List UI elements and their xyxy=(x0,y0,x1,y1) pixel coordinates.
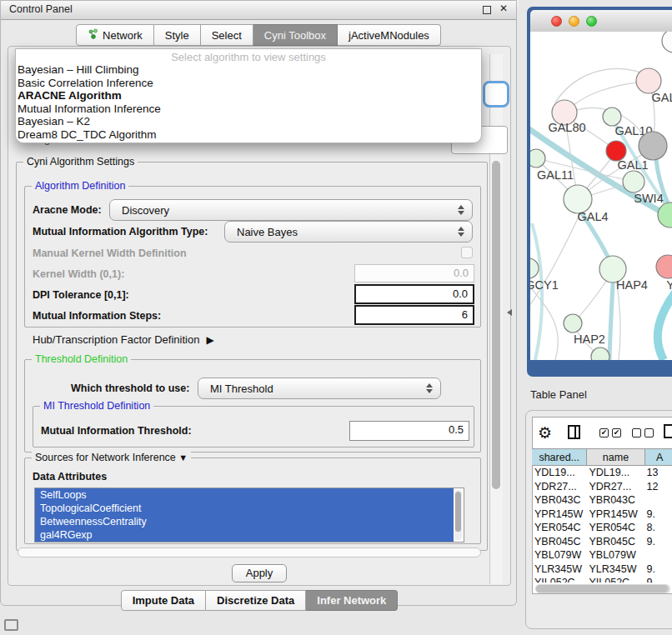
checked-checkbox-icon[interactable]: ✔ xyxy=(612,428,621,438)
zoom-traffic-light-icon[interactable] xyxy=(586,16,597,27)
data-attribute-item[interactable]: BetweennessCentrality xyxy=(35,515,454,528)
network-node-gal[interactable] xyxy=(636,68,661,93)
table-horizontal-scrollbar[interactable] xyxy=(535,584,670,593)
network-node-swi4[interactable] xyxy=(658,202,672,228)
dropdown-item[interactable]: Mutual Information Inference xyxy=(16,102,481,116)
minimize-traffic-light-icon[interactable] xyxy=(569,16,579,27)
table-row[interactable]: YBL079WYBL079W xyxy=(532,549,672,563)
panel-scrollbar-thumb[interactable] xyxy=(492,161,500,489)
tab-impute-data[interactable]: Impute Data xyxy=(121,590,206,611)
data-attribute-item[interactable]: gal4RGexp xyxy=(35,528,454,542)
table-cell xyxy=(645,549,672,563)
hub-definition-toggle[interactable]: Hub/Transcription Factor Definition▶ xyxy=(33,333,214,346)
sources-title[interactable]: Sources for Network Inference ▼ xyxy=(32,452,191,463)
tab-select[interactable]: Select xyxy=(201,24,253,46)
network-node[interactable] xyxy=(591,348,609,360)
tab-style[interactable]: Style xyxy=(154,24,201,46)
node-label: GAL11 xyxy=(537,168,574,182)
mi-type-label: Mutual Information Algorithm Type: xyxy=(33,226,208,238)
dropdown-item[interactable]: ARACNE Algorithm xyxy=(16,89,481,102)
mi-type-value: Naive Bayes xyxy=(225,226,454,238)
list-scrollbar-track[interactable] xyxy=(454,490,462,540)
apply-button[interactable]: Apply xyxy=(232,564,287,582)
tab-discretize-data[interactable]: Discretize Data xyxy=(206,590,306,611)
table-cell: 8. xyxy=(645,522,672,536)
dropdown-item[interactable]: Bayesian – K2 xyxy=(16,115,481,128)
float-window-icon[interactable] xyxy=(483,6,491,14)
table-cell: YBL079W xyxy=(587,549,644,563)
table-hscroll-thumb[interactable] xyxy=(536,585,668,592)
unchecked-checkbox-icon[interactable] xyxy=(644,428,654,438)
unchecked-checkbox-icon[interactable] xyxy=(632,428,641,438)
data-attribute-item[interactable]: SelfLoops xyxy=(35,488,454,502)
network-canvas[interactable]: GALGAL80GAL10GAL1GAL11GAL4SWI4GCY1HAP4YH… xyxy=(530,32,672,360)
which-threshold-select[interactable]: MI Threshold xyxy=(198,378,441,399)
gear-icon[interactable]: ⚙ xyxy=(538,423,552,442)
network-view-window: GALGAL80GAL10GAL1GAL11GAL4SWI4GCY1HAP4YH… xyxy=(527,7,672,377)
network-node-gcy1[interactable] xyxy=(530,258,539,278)
dropdown-items: Bayesian – Hill ClimbingBasic Correlatio… xyxy=(16,63,481,142)
node-label: SWI4 xyxy=(634,192,663,205)
network-window-titlebar[interactable] xyxy=(530,10,672,32)
table-row[interactable]: YPR145WYPR145W9. xyxy=(532,508,672,522)
network-node-gal11[interactable] xyxy=(530,149,545,168)
close-traffic-light-icon[interactable] xyxy=(551,16,562,27)
table-row[interactable]: YDL19...YDL19...13 xyxy=(532,467,672,481)
dpi-tolerance-field[interactable]: 0.0 xyxy=(354,284,474,304)
tab-cyni-toolbox[interactable]: Cyni Toolbox xyxy=(253,24,338,46)
sources-title-label: Sources for Network Inference xyxy=(35,452,176,463)
tab-infer-network[interactable]: Infer Network xyxy=(306,590,398,611)
mi-threshold-field[interactable]: 0.5 xyxy=(349,421,469,441)
table-row[interactable]: YER054CYER054C8. xyxy=(532,522,672,536)
horizontal-scrollbar[interactable] xyxy=(18,548,481,558)
mi-steps-label: Mutual Information Steps: xyxy=(33,310,161,322)
dropdown-item[interactable]: Bayesian – Hill Climbing xyxy=(16,63,481,77)
column-header[interactable]: shared... xyxy=(532,448,587,466)
mi-threshold-title: MI Threshold Definition xyxy=(40,400,153,412)
network-node[interactable] xyxy=(662,32,672,52)
dropdown-item[interactable]: Basic Correlation Inference xyxy=(16,77,481,90)
table-row[interactable]: YBR043CYBR043C xyxy=(532,494,672,508)
network-node[interactable] xyxy=(639,132,667,160)
data-attribute-item[interactable]: TopologicalCoefficient xyxy=(35,502,454,515)
table-cell: 13 xyxy=(645,467,672,481)
close-icon[interactable]: ✕ xyxy=(499,2,508,14)
column-header[interactable]: A xyxy=(645,448,672,466)
dpi-tolerance-label: DPI Tolerance [0,1]: xyxy=(33,289,129,301)
list-scrollbar-thumb[interactable] xyxy=(455,492,461,532)
column-header[interactable]: name xyxy=(587,448,644,466)
network-node-hap2[interactable] xyxy=(564,314,582,332)
aracne-mode-select[interactable]: Discovery xyxy=(109,199,473,221)
mi-steps-field[interactable]: 6 xyxy=(354,305,474,325)
columns-icon[interactable] xyxy=(568,425,580,439)
manual-kernel-label: Manual Kernel Width Definition xyxy=(33,248,187,259)
checked-checkbox-icon[interactable]: ✔ xyxy=(599,428,609,438)
network-node-gal1[interactable] xyxy=(623,171,644,192)
network-node-y[interactable] xyxy=(656,255,672,278)
table-row[interactable]: YBR045CYBR045C9. xyxy=(532,536,672,550)
dropdown-item[interactable]: Dream8 DC_TDC Algorithm xyxy=(16,128,481,142)
table-cell: YBR045C xyxy=(587,536,644,550)
table-row[interactable]: YLR345WYLR345W9. xyxy=(532,563,672,578)
table-body: YDL19...YDL19...13YDR27...YDR27...12YBR0… xyxy=(532,467,672,582)
split-pane-collapse-icon[interactable] xyxy=(507,309,512,316)
table-cell xyxy=(645,494,672,508)
table-row[interactable]: YDR27...YDR27...12 xyxy=(532,481,672,495)
algorithm-dropdown-popup: Select algorithm to view settings Bayesi… xyxy=(15,48,482,143)
tab-network[interactable]: Network xyxy=(76,24,154,46)
network-node-gal10[interactable] xyxy=(603,108,621,126)
kernel-width-field[interactable]: 0.0 xyxy=(354,264,474,282)
node-label: GAL xyxy=(651,91,672,104)
tab-jactivemnodules[interactable]: jActiveMNodules xyxy=(338,24,441,46)
table-cell: YDL19... xyxy=(587,467,644,481)
data-attributes-list[interactable]: SelfLoopsTopologicalCoefficientBetweenne… xyxy=(34,488,464,542)
table-row[interactable]: YIL052CYIL052C9 xyxy=(532,577,672,582)
minimized-panel-icon[interactable] xyxy=(4,619,18,631)
network-node-gal4[interactable] xyxy=(564,185,592,213)
tab-label: Network xyxy=(103,29,143,42)
hidden-focused-combo-fragment[interactable] xyxy=(483,81,509,108)
mi-type-select[interactable]: Naive Bayes xyxy=(224,221,473,242)
new-table-icon[interactable] xyxy=(664,424,672,438)
manual-kernel-checkbox[interactable] xyxy=(461,247,473,258)
table-cell: 9 xyxy=(645,577,672,582)
